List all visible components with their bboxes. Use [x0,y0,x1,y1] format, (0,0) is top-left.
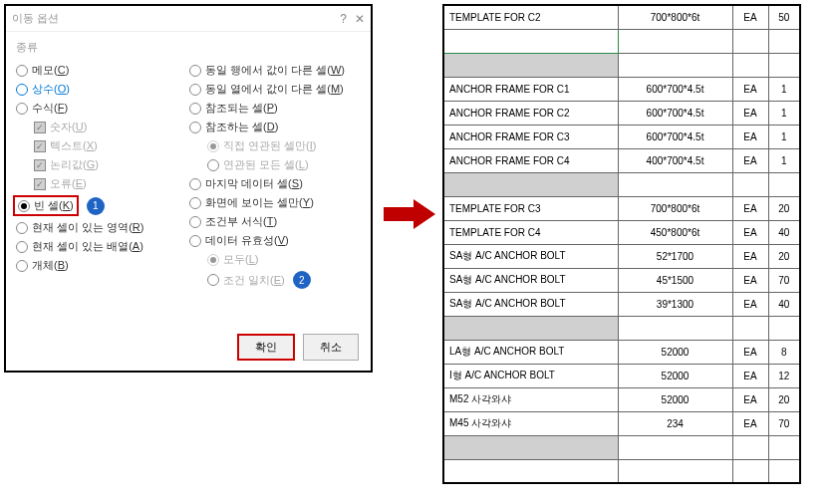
dialog-titlebar: 이동 옵션 ? ✕ [6,6,371,32]
option-label: 숫자(U) [50,120,87,134]
table-cell: LA형 A/C ANCHOR BOLT [443,340,618,364]
shaded-cell [443,53,618,77]
shaded-cell [443,316,618,340]
table-row [443,316,800,340]
table-cell: 40 [768,292,800,316]
empty-cell [618,435,732,459]
table-cell: 50 [768,5,800,29]
table-cell: TEMPLATE FOR C4 [443,220,618,244]
table-cell: 20 [768,196,800,220]
option-label: 화면에 보이는 셀만(Y) [205,195,314,210]
dialog-title: 이동 옵션 [12,11,59,26]
empty-cell [618,29,732,53]
group-label: 종류 [16,40,361,55]
table-cell: SA형 A/C ANCHOR BOLT [443,268,618,292]
shaded-cell [443,435,618,459]
table-cell: 45*1500 [618,268,732,292]
dialog-controls: ? ✕ [340,12,365,26]
table-cell: EA [732,387,768,411]
ok-button[interactable]: 확인 [237,334,295,361]
table-cell: EA [732,220,768,244]
options-area: 메모(C) 상수(O) 수식(F) 숫자(U) 텍스트(X) [16,61,361,291]
table-cell: EA [732,244,768,268]
table-cell: SA형 A/C ANCHOR BOLT [443,244,618,268]
table-row: I형 A/C ANCHOR BOLT52000EA12 [443,364,800,387]
table-row [443,459,800,483]
option-blanks[interactable]: 빈 셀(K) 1 [16,193,187,218]
option-current-array[interactable]: 현재 셀이 있는 배열(A) [16,237,187,256]
table-cell: 52000 [618,387,732,411]
table-cell: ANCHOR FRAME FOR C1 [443,77,618,101]
table-cell: 1 [768,125,800,148]
option-precedents[interactable]: 참조되는 셀(P) [189,99,361,118]
table-row: SA형 A/C ANCHOR BOLT39*1300EA40 [443,292,800,316]
table-cell: TEMPLATE FOR C2 [443,5,618,29]
option-row-diff[interactable]: 동일 행에서 값이 다른 셀(W) [189,61,361,80]
option-same: 조건 일치(E) 2 [189,269,361,291]
table-cell: EA [732,292,768,316]
radio-icon [189,197,201,209]
option-numbers: 숫자(U) [16,118,187,136]
table-cell: 600*700*4.5t [618,125,732,148]
goto-special-dialog: 이동 옵션 ? ✕ 종류 메모(C) 상수(O) 수식(F) [4,4,373,373]
table-row: M45 사각와샤234EA70 [443,411,800,435]
option-memo[interactable]: 메모(C) [16,61,187,80]
option-label: 메모(C) [32,63,69,78]
option-direct-only: 직접 연관된 셀만(I) [189,136,361,155]
table-cell: SA형 A/C ANCHOR BOLT [443,292,618,316]
option-dependents[interactable]: 참조하는 셀(D) [189,118,361,136]
option-data-val[interactable]: 데이터 유효성(V) [189,231,361,250]
table-cell: EA [732,340,768,364]
option-logic: 논리값(G) [16,155,187,174]
step-badge-1: 1 [87,197,105,215]
table-cell: 52000 [618,340,732,364]
option-current-region[interactable]: 현재 셀이 있는 영역(R) [16,218,187,237]
option-text: 텍스트(X) [16,136,187,155]
selected-cell[interactable] [443,29,618,53]
table-row: ANCHOR FRAME FOR C4400*700*4.5tEA1 [443,148,800,172]
option-label: 수식(F) [32,101,68,116]
help-icon[interactable]: ? [340,12,347,26]
option-constants[interactable]: 상수(O) [16,80,187,99]
table-cell: 600*700*4.5t [618,77,732,101]
empty-cell [618,172,732,196]
table-cell: 52*1700 [618,244,732,268]
checkbox-icon [34,140,46,152]
table-cell: 70 [768,411,800,435]
option-col-diff[interactable]: 동일 열에서 값이 다른 셀(M) [189,80,361,99]
table-cell: 600*700*4.5t [618,101,732,125]
option-label: 조건 일치(E) [223,273,285,288]
options-right-column: 동일 행에서 값이 다른 셀(W) 동일 열에서 값이 다른 셀(M) 참조되는… [189,61,361,291]
radio-icon [207,254,219,266]
close-icon[interactable]: ✕ [355,12,365,26]
table-cell: 400*700*4.5t [618,148,732,172]
option-label: 상수(O) [32,82,70,97]
table-cell: 234 [618,411,732,435]
option-label: 현재 셀이 있는 배열(A) [32,239,143,254]
option-objects[interactable]: 개체(B) [16,256,187,275]
option-formula[interactable]: 수식(F) [16,99,187,118]
radio-icon [189,235,201,247]
table-row: ANCHOR FRAME FOR C3600*700*4.5tEA1 [443,125,800,148]
dialog-body: 종류 메모(C) 상수(O) 수식(F) 숫자(U) [6,32,371,297]
empty-cell [768,459,800,483]
empty-cell [618,459,732,483]
table-row: TEMPLATE FOR C4450*800*6tEA40 [443,220,800,244]
cancel-button[interactable]: 취소 [303,334,359,361]
option-visible-cells[interactable]: 화면에 보이는 셀만(Y) [189,193,361,212]
table-cell: 1 [768,101,800,125]
checkbox-icon [34,122,46,133]
result-table: TEMPLATE FOR C2700*800*6tEA50ANCHOR FRAM… [442,4,801,484]
table-row [443,435,800,459]
radio-icon [16,65,28,77]
radio-icon [189,103,201,115]
option-last-cell[interactable]: 마지막 데이터 셀(S) [189,174,361,193]
table-row: ANCHOR FRAME FOR C1600*700*4.5tEA1 [443,77,800,101]
dialog-buttons: 확인 취소 [237,334,359,361]
table-row: LA형 A/C ANCHOR BOLT52000EA8 [443,340,800,364]
option-label: 직접 연관된 셀만(I) [223,138,317,153]
option-label: 현재 셀이 있는 영역(R) [32,220,143,235]
option-label: 개체(B) [32,258,69,273]
table-cell: M52 사각와샤 [443,387,618,411]
option-cond-fmt[interactable]: 조건부 서식(T) [189,212,361,231]
